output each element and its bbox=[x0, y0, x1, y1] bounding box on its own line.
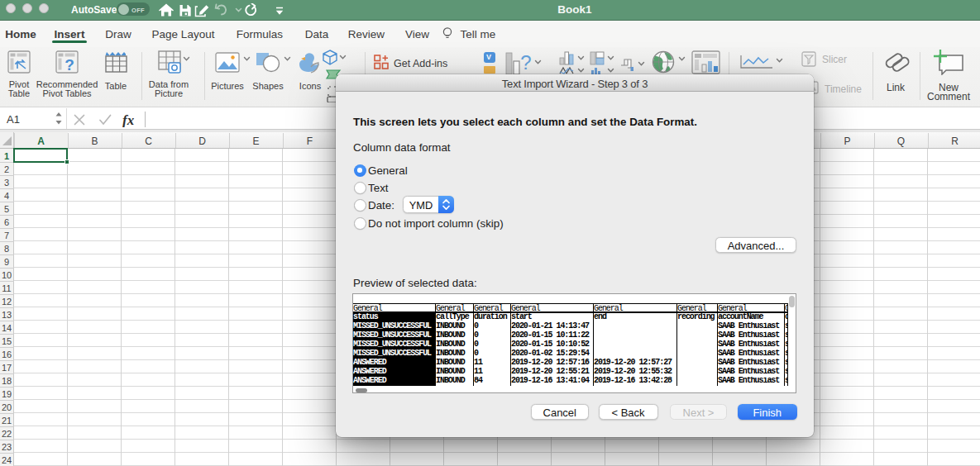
svg-text:?: ? bbox=[520, 52, 531, 74]
svg-text:fx: fx bbox=[122, 112, 135, 127]
svg-text:?: ? bbox=[65, 56, 74, 74]
